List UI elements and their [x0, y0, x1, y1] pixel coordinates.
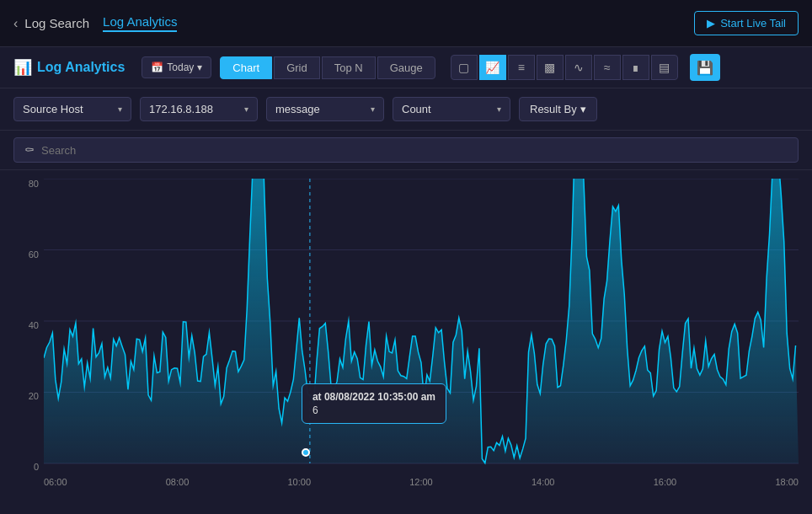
tooltip-dot	[302, 448, 310, 457]
result-by-button[interactable]: Result By ▾	[519, 97, 597, 121]
date-arrow-icon: ▾	[197, 62, 202, 73]
chart-icon-table[interactable]: ≡	[508, 55, 535, 80]
analytics-title: 📊 Log Analytics	[13, 58, 125, 77]
chart-icon-grid[interactable]: ∎	[622, 55, 649, 80]
y-label-60: 60	[29, 249, 39, 260]
source-host-label: Source Host	[23, 103, 83, 115]
chart-icon-image[interactable]: ▢	[451, 55, 478, 80]
date-picker-button[interactable]: 📅 Today ▾	[142, 56, 211, 78]
nav-log-analytics[interactable]: Log Analytics	[103, 14, 177, 32]
x-label-0800: 08:00	[166, 477, 190, 487]
calendar-icon: 📅	[151, 62, 163, 73]
nav-log-search[interactable]: Log Search	[24, 16, 89, 30]
search-input-wrap: ⚰	[13, 137, 799, 163]
message-select[interactable]: message ▾	[266, 97, 384, 121]
chart-icon-stacked[interactable]: ▤	[651, 55, 678, 80]
save-icon: 💾	[697, 60, 713, 76]
date-label: Today	[167, 62, 194, 73]
live-tail-icon: ▶	[707, 17, 715, 29]
x-label-1200: 12:00	[409, 477, 433, 487]
x-label-1400: 14:00	[532, 477, 555, 487]
x-label-0600: 06:00	[44, 477, 67, 487]
tab-chart[interactable]: Chart	[220, 56, 272, 79]
count-select[interactable]: Count ▾	[393, 97, 510, 121]
y-label-80: 80	[29, 179, 39, 189]
result-by-arrow: ▾	[580, 103, 586, 115]
source-host-arrow: ▾	[118, 104, 122, 114]
top-nav-right: ▶ Start Live Tail	[694, 11, 799, 35]
live-tail-button[interactable]: ▶ Start Live Tail	[694, 11, 799, 35]
chart-inner: at 08/08/2022 10:35:00 am 6	[44, 179, 799, 472]
search-row: ⚰	[0, 131, 812, 170]
message-value: message	[275, 103, 320, 115]
top-nav: ‹ Log Search Log Analytics ▶ Start Live …	[0, 0, 812, 47]
ip-select[interactable]: 172.16.8.188 ▾	[140, 97, 258, 121]
chart-area: 80 60 40 20 0 at 08/08/2022 10:35:00 am …	[0, 170, 812, 506]
chart-type-icons: ▢ 📈 ≡ ▩ ∿ ≈ ∎ ▤	[451, 55, 678, 80]
search-filter-icon: ⚰	[24, 143, 35, 157]
chart-container: 80 60 40 20 0 at 08/08/2022 10:35:00 am …	[13, 179, 799, 497]
chart-icon-area[interactable]: ∿	[565, 55, 592, 80]
y-label-40: 40	[29, 320, 39, 330]
tab-top-n[interactable]: Top N	[322, 56, 376, 79]
y-label-0: 0	[34, 462, 39, 472]
search-input[interactable]	[41, 144, 788, 157]
tab-grid[interactable]: Grid	[274, 56, 320, 79]
x-axis: 06:00 08:00 10:00 12:00 14:00 16:00 18:0…	[44, 472, 799, 497]
y-label-20: 20	[29, 391, 39, 401]
back-arrow-icon[interactable]: ‹	[13, 16, 18, 31]
count-value: Count	[402, 103, 431, 115]
result-by-label: Result By	[530, 103, 577, 115]
ip-arrow: ▾	[244, 104, 248, 114]
filter-row: Source Host ▾ 172.16.8.188 ▾ message ▾ C…	[0, 88, 812, 131]
count-arrow: ▾	[497, 104, 501, 114]
save-button[interactable]: 💾	[690, 54, 720, 81]
analytics-bar: 📊 Log Analytics 📅 Today ▾ Chart Grid Top…	[0, 47, 812, 88]
ip-value: 172.16.8.188	[149, 103, 213, 115]
view-tabs: Chart Grid Top N Gauge	[220, 56, 435, 79]
x-label-1600: 16:00	[654, 477, 677, 487]
live-tail-label: Start Live Tail	[720, 17, 786, 29]
message-arrow: ▾	[371, 104, 375, 114]
x-label-1800: 18:00	[775, 477, 799, 487]
chart-icon-line[interactable]: 📈	[479, 55, 506, 80]
y-axis: 80 60 40 20 0	[13, 179, 44, 472]
x-label-1000: 10:00	[287, 477, 311, 487]
chart-icon-bar[interactable]: ▩	[537, 55, 564, 80]
source-host-select[interactable]: Source Host ▾	[13, 97, 131, 121]
analytics-title-text: Log Analytics	[37, 60, 125, 75]
chart-icon-multiline[interactable]: ≈	[594, 55, 621, 80]
analytics-icon: 📊	[13, 58, 32, 77]
chart-canvas	[44, 179, 799, 472]
tab-gauge[interactable]: Gauge	[377, 56, 435, 79]
